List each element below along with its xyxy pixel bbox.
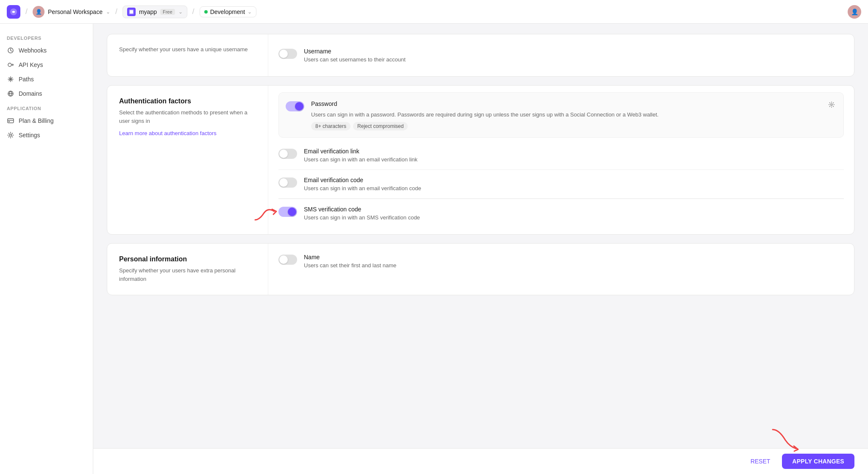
password-tag-length: 8+ characters: [311, 122, 351, 130]
user-avatar[interactable]: 👤: [848, 5, 861, 19]
email-code-toggle-knob: [279, 178, 288, 187]
sidebar-item-domains[interactable]: Domains: [0, 86, 93, 101]
password-settings-button[interactable]: [826, 100, 837, 110]
sidebar: DEVELOPERS Webhooks API Keys: [0, 24, 93, 474]
sms-factor-row: SMS verification code Users can sign in …: [278, 199, 844, 227]
auth-card-right: Password Users can sign in with a passwo…: [268, 86, 854, 234]
personal-info-desc: Specify whether your users have extra pe…: [119, 266, 256, 283]
bottom-action-bar: RESET APPLY CHANGES: [93, 448, 868, 474]
main-layout: DEVELOPERS Webhooks API Keys: [0, 24, 868, 474]
app-icon: [127, 8, 136, 16]
password-header: Password: [311, 100, 837, 110]
sidebar-item-api-keys[interactable]: API Keys: [0, 58, 93, 72]
auth-card-body: Authentication factors Select the authen…: [107, 86, 854, 234]
auth-learn-more-link[interactable]: Learn more about authentication factors: [119, 130, 217, 136]
password-factor-row: Password Users can sign in with a passwo…: [278, 92, 844, 138]
auth-factors-card: Authentication factors Select the authen…: [107, 85, 854, 235]
env-name: Development: [210, 8, 245, 15]
email-code-factor-info: Email verification code Users can sign i…: [304, 177, 844, 191]
reset-button[interactable]: RESET: [744, 455, 777, 468]
personal-info-card: Personal information Specify whether you…: [107, 243, 854, 295]
username-feature-desc: Users can set usernames to their account: [304, 56, 844, 63]
email-link-toggle[interactable]: [278, 149, 297, 159]
email-code-factor-row: Email verification code Users can sign i…: [278, 170, 844, 199]
sms-factor-name: SMS verification code: [304, 206, 844, 213]
webhooks-icon: [7, 47, 14, 54]
username-toggle[interactable]: [278, 49, 297, 59]
app-name: myapp: [139, 8, 157, 15]
workspace-selector[interactable]: 👤 Personal Workspace ⌄: [33, 6, 110, 18]
svg-rect-7: [8, 121, 10, 122]
personal-info-title: Personal information: [119, 255, 256, 263]
password-tags: 8+ characters Reject compromised: [311, 122, 837, 130]
sms-arrow-annotation: [253, 203, 278, 224]
auth-card-desc: Select the authentication methods to pre…: [119, 108, 256, 125]
domains-icon: [7, 90, 14, 97]
sms-toggle[interactable]: [278, 207, 297, 217]
app-chevron-icon: ⌄: [178, 9, 183, 15]
email-link-factor-info: Email verification link Users can sign i…: [304, 148, 844, 163]
email-code-factor-desc: Users can sign in with an email verifica…: [304, 185, 844, 191]
app-selector[interactable]: myapp Free ⌄: [122, 6, 187, 18]
settings-label: Settings: [19, 132, 40, 139]
sidebar-item-settings[interactable]: Settings: [0, 128, 93, 142]
password-factor-desc: Users can sign in with a password. Passw…: [311, 111, 837, 118]
nav-separator: /: [25, 7, 28, 16]
paths-label: Paths: [19, 76, 34, 83]
sidebar-section-developers: DEVELOPERS: [0, 30, 93, 43]
name-toggle[interactable]: [278, 255, 297, 265]
email-link-factor-row: Email verification link Users can sign i…: [278, 141, 844, 170]
username-toggle-knob: [279, 50, 288, 58]
sms-factor-inner: SMS verification code Users can sign in …: [278, 206, 844, 221]
app-logo: [7, 5, 20, 19]
personal-info-card-right: Name Users can set their first and last …: [268, 244, 854, 295]
environment-selector[interactable]: Development ⌄: [200, 6, 257, 17]
name-toggle-knob: [279, 255, 288, 264]
username-left-desc: Specify whether your users have a unique…: [119, 46, 256, 53]
name-feature-row: Name Users can set their first and last …: [278, 247, 844, 275]
sidebar-item-paths[interactable]: Paths: [0, 72, 93, 86]
email-code-factor-name: Email verification code: [304, 177, 844, 183]
nav-separator-3: /: [192, 7, 195, 16]
username-card: Specify whether your users have a unique…: [107, 34, 854, 77]
password-toggle[interactable]: [286, 101, 304, 111]
workspace-chevron-icon: ⌄: [106, 9, 110, 15]
sidebar-section-application: APPLICATION: [0, 101, 93, 114]
username-card-body: Specify whether your users have a unique…: [107, 34, 854, 76]
auth-card-title: Authentication factors: [119, 97, 256, 105]
nav-separator-2: /: [115, 7, 117, 16]
email-link-toggle-knob: [279, 150, 288, 158]
name-feature-desc: Users can set their first and last name: [304, 262, 844, 269]
email-link-factor-name: Email verification link: [304, 148, 844, 155]
username-card-right: Username Users can set usernames to thei…: [268, 34, 854, 76]
nav-right-section: 👤: [848, 5, 861, 19]
password-factor-info: Password Users can sign in with a passwo…: [311, 100, 837, 130]
env-status-dot: [204, 10, 208, 14]
svg-rect-6: [8, 119, 14, 123]
personal-info-card-body: Personal information Specify whether you…: [107, 244, 854, 295]
sms-factor-info: SMS verification code Users can sign in …: [304, 206, 844, 221]
email-code-toggle[interactable]: [278, 177, 297, 188]
sidebar-item-plan-billing[interactable]: Plan & Billing: [0, 114, 93, 128]
workspace-name: Personal Workspace: [48, 8, 103, 15]
plan-billing-icon: [7, 117, 14, 125]
sidebar-item-webhooks[interactable]: Webhooks: [0, 43, 93, 58]
main-content: Specify whether your users have a unique…: [93, 24, 868, 474]
api-keys-icon: [7, 61, 14, 69]
domains-label: Domains: [19, 90, 42, 97]
username-info: Username Users can set usernames to thei…: [304, 48, 844, 63]
settings-icon: [7, 131, 14, 139]
username-feature-row: Username Users can set usernames to thei…: [278, 41, 844, 69]
sms-factor-desc: Users can sign in with an SMS verificati…: [304, 214, 844, 221]
password-tag-compromised: Reject compromised: [353, 122, 408, 130]
sms-toggle-knob: [288, 208, 296, 216]
password-factor-name: Password: [311, 100, 337, 107]
email-link-factor-desc: Users can sign in with an email verifica…: [304, 156, 844, 163]
env-chevron-icon: ⌄: [248, 9, 252, 15]
top-navigation: / 👤 Personal Workspace ⌄ / myapp Free ⌄ …: [0, 0, 868, 24]
svg-point-9: [831, 104, 832, 105]
apply-arrow-annotation: [771, 427, 800, 453]
password-toggle-knob: [295, 102, 303, 111]
apply-changes-button[interactable]: APPLY CHANGES: [782, 454, 854, 469]
personal-info-card-left: Personal information Specify whether you…: [107, 244, 268, 295]
